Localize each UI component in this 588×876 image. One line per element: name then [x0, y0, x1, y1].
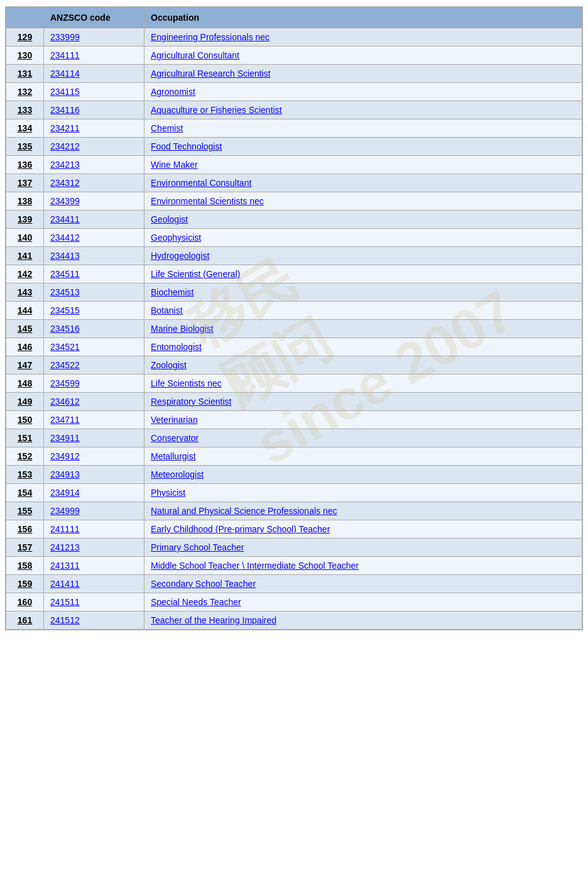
- row-code[interactable]: 234399: [44, 192, 144, 211]
- row-code[interactable]: 234114: [44, 65, 144, 83]
- row-occupation[interactable]: Special Needs Teacher: [144, 593, 582, 611]
- row-code[interactable]: 234914: [44, 484, 144, 502]
- row-num: 138: [6, 192, 44, 211]
- row-num: 147: [6, 356, 44, 375]
- row-occupation[interactable]: Wine Maker: [144, 156, 582, 174]
- row-occupation[interactable]: Geologist: [144, 211, 582, 229]
- table-row: 130234111Agricultural Consultant: [6, 47, 582, 65]
- row-code[interactable]: 234911: [44, 429, 144, 447]
- row-code[interactable]: 234212: [44, 138, 144, 156]
- row-code[interactable]: 234999: [44, 502, 144, 520]
- row-code[interactable]: 234412: [44, 229, 144, 247]
- table-row: 154234914Physicist: [6, 484, 582, 502]
- row-num: 146: [6, 338, 44, 356]
- row-occupation[interactable]: Food Technologist: [144, 138, 582, 156]
- row-occupation[interactable]: Physicist: [144, 484, 582, 502]
- row-code[interactable]: 241411: [44, 575, 144, 593]
- row-occupation[interactable]: Aquaculture or Fisheries Scientist: [144, 101, 582, 119]
- row-occupation[interactable]: Agricultural Research Scientist: [144, 65, 582, 83]
- row-num: 160: [6, 593, 44, 611]
- row-code[interactable]: 234521: [44, 338, 144, 356]
- table-row: 151234911Conservator: [6, 429, 582, 447]
- table-row: 138234399Environmental Scientists nec: [6, 192, 582, 211]
- row-num: 133: [6, 101, 44, 119]
- table-row: 137234312Environmental Consultant: [6, 174, 582, 192]
- row-num: 136: [6, 156, 44, 174]
- row-code[interactable]: 234912: [44, 447, 144, 466]
- table-row: 147234522Zoologist: [6, 356, 582, 375]
- row-code[interactable]: 234599: [44, 375, 144, 393]
- row-code[interactable]: 234411: [44, 211, 144, 229]
- row-code[interactable]: 234115: [44, 83, 144, 101]
- row-occupation[interactable]: Life Scientists nec: [144, 375, 582, 393]
- row-num: 157: [6, 539, 44, 557]
- row-occupation[interactable]: Conservator: [144, 429, 582, 447]
- row-code[interactable]: 234211: [44, 119, 144, 138]
- row-occupation[interactable]: Zoologist: [144, 356, 582, 375]
- row-occupation[interactable]: Life Scientist (General): [144, 265, 582, 283]
- row-code[interactable]: 234116: [44, 101, 144, 119]
- row-code[interactable]: 234213: [44, 156, 144, 174]
- table-row: 136234213Wine Maker: [6, 156, 582, 174]
- table-row: 148234599Life Scientists nec: [6, 375, 582, 393]
- row-num: 137: [6, 174, 44, 192]
- row-occupation[interactable]: Meteorologist: [144, 466, 582, 484]
- table-row: 134234211Chemist: [6, 119, 582, 138]
- row-code[interactable]: 234913: [44, 466, 144, 484]
- row-code[interactable]: 241111: [44, 520, 144, 539]
- row-occupation[interactable]: Metallurgist: [144, 447, 582, 466]
- row-code[interactable]: 241311: [44, 557, 144, 575]
- row-occupation[interactable]: Marine Biologist: [144, 320, 582, 338]
- row-occupation[interactable]: Chemist: [144, 119, 582, 138]
- table-row: 141234413Hydrogeologist: [6, 247, 582, 265]
- row-occupation[interactable]: Veterinarian: [144, 411, 582, 429]
- row-code[interactable]: 241511: [44, 593, 144, 611]
- table-row: 145234516Marine Biologist: [6, 320, 582, 338]
- row-occupation[interactable]: Entomologist: [144, 338, 582, 356]
- table-row: 146234521Entomologist: [6, 338, 582, 356]
- table-row: 159241411Secondary School Teacher: [6, 575, 582, 593]
- row-occupation[interactable]: Respiratory Scientist: [144, 393, 582, 411]
- table-row: 143234513Biochemist: [6, 283, 582, 302]
- row-code[interactable]: 234522: [44, 356, 144, 375]
- row-code[interactable]: 234515: [44, 302, 144, 320]
- header-occupation[interactable]: Occupation: [144, 8, 582, 28]
- row-occupation[interactable]: Environmental Consultant: [144, 174, 582, 192]
- row-occupation[interactable]: Early Childhood (Pre-primary School) Tea…: [144, 520, 582, 539]
- row-occupation[interactable]: Hydrogeologist: [144, 247, 582, 265]
- row-num: 129: [6, 28, 44, 47]
- row-occupation[interactable]: Engineering Professionals nec: [144, 28, 582, 47]
- row-code[interactable]: 234711: [44, 411, 144, 429]
- row-occupation[interactable]: Primary School Teacher: [144, 539, 582, 557]
- header-anzsco[interactable]: ANZSCO code: [44, 8, 144, 28]
- row-occupation[interactable]: Botanist: [144, 302, 582, 320]
- table-row: 139234411Geologist: [6, 211, 582, 229]
- row-code[interactable]: 234612: [44, 393, 144, 411]
- row-occupation[interactable]: Biochemist: [144, 283, 582, 302]
- row-occupation[interactable]: Environmental Scientists nec: [144, 192, 582, 211]
- table-row: 144234515Botanist: [6, 302, 582, 320]
- row-occupation[interactable]: Agricultural Consultant: [144, 47, 582, 65]
- row-code[interactable]: 234516: [44, 320, 144, 338]
- row-code[interactable]: 233999: [44, 28, 144, 47]
- row-code[interactable]: 234511: [44, 265, 144, 283]
- row-occupation[interactable]: Geophysicist: [144, 229, 582, 247]
- row-occupation[interactable]: Natural and Physical Science Professiona…: [144, 502, 582, 520]
- row-code[interactable]: 234413: [44, 247, 144, 265]
- table-row: 152234912Metallurgist: [6, 447, 582, 466]
- row-code[interactable]: 241213: [44, 539, 144, 557]
- table-row: 132234115Agronomist: [6, 83, 582, 101]
- row-occupation[interactable]: Teacher of the Hearing Impaired: [144, 611, 582, 630]
- row-occupation[interactable]: Secondary School Teacher: [144, 575, 582, 593]
- row-code[interactable]: 234312: [44, 174, 144, 192]
- row-code[interactable]: 234513: [44, 283, 144, 302]
- row-occupation[interactable]: Agronomist: [144, 83, 582, 101]
- row-num: 130: [6, 47, 44, 65]
- table-row: 155234999Natural and Physical Science Pr…: [6, 502, 582, 520]
- row-code[interactable]: 241512: [44, 611, 144, 630]
- row-num: 150: [6, 411, 44, 429]
- row-occupation[interactable]: Middle School Teacher \ Intermediate Sch…: [144, 557, 582, 575]
- main-table-container: 移民顾问since 2007 ANZSCO code Occupation 12…: [5, 6, 583, 630]
- row-num: 145: [6, 320, 44, 338]
- row-code[interactable]: 234111: [44, 47, 144, 65]
